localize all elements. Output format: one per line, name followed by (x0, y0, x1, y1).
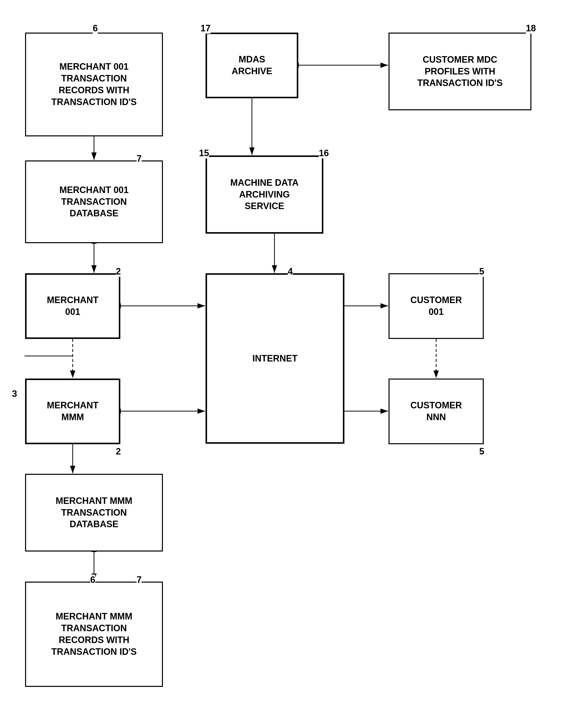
mdas-archive-box: MDASARCHIVE (206, 33, 298, 98)
merchant001-db-label: MERCHANT 001TRANSACTIONDATABASE (59, 184, 129, 219)
ref15-label: 15 (199, 148, 209, 158)
customer-mdc-label: CUSTOMER MDCPROFILES WITHTRANSACTION ID'… (417, 54, 503, 89)
internet-label: INTERNET (252, 353, 297, 364)
ref5-c001-label: 5 (479, 266, 484, 277)
customer001-label: CUSTOMER001 (410, 294, 462, 318)
ref6-mmm-label: 6 (90, 575, 95, 585)
mdas-archive-label: MDASARCHIVE (232, 54, 272, 77)
merchant-mmm-db-box: MERCHANT MMMTRANSACTIONDATABASE (25, 474, 163, 552)
ref5-cnnn-label: 5 (479, 446, 484, 457)
customer-mdc-box: CUSTOMER MDCPROFILES WITHTRANSACTION ID'… (388, 33, 531, 110)
merchant-mmm-db-label: MERCHANT MMMTRANSACTIONDATABASE (56, 495, 132, 530)
ref2-merchantmmm-label: 2 (116, 446, 121, 457)
ref4-label: 4 (288, 266, 293, 277)
ref7-mmm-label: 7 (136, 575, 141, 585)
ref16-label: 16 (319, 148, 329, 158)
ref3-label: 3 (12, 389, 17, 399)
ref2-merchant001-label: 2 (116, 266, 121, 277)
merchant-mmm-box: MERCHANTMMM (25, 378, 120, 444)
machine-data-service-label: MACHINE DATAARCHIVINGSERVICE (230, 177, 299, 212)
merchant001-records-box: MERCHANT 001TRANSACTIONRECORDS WITHTRANS… (25, 33, 163, 136)
ref6-label-top: 6 (93, 23, 98, 34)
merchant-mmm-records-box: MERCHANT MMMTRANSACTIONRECORDS WITHTRANS… (25, 581, 163, 687)
customer-nnn-label: CUSTOMERNNN (410, 400, 462, 423)
ref18-label: 18 (526, 23, 536, 34)
customer001-box: CUSTOMER001 (388, 273, 484, 339)
ref17-label: 17 (201, 23, 211, 34)
machine-data-service-box: MACHINE DATAARCHIVINGSERVICE (206, 155, 323, 234)
customer-nnn-box: CUSTOMERNNN (388, 378, 484, 444)
diagram-container: MERCHANT 001TRANSACTIONRECORDS WITHTRANS… (0, 0, 574, 728)
internet-box: INTERNET (206, 273, 344, 444)
merchant-mmm-records-label: MERCHANT MMMTRANSACTIONRECORDS WITHTRANS… (51, 611, 137, 657)
ref7-merchant-label: 7 (136, 153, 141, 164)
merchant001-box: MERCHANT001 (25, 273, 120, 339)
merchant001-label: MERCHANT001 (47, 294, 98, 318)
merchant001-records-label: MERCHANT 001TRANSACTIONRECORDS WITHTRANS… (51, 61, 137, 108)
merchant-mmm-label: MERCHANTMMM (47, 400, 98, 423)
merchant001-db-box: MERCHANT 001TRANSACTIONDATABASE (25, 160, 163, 243)
